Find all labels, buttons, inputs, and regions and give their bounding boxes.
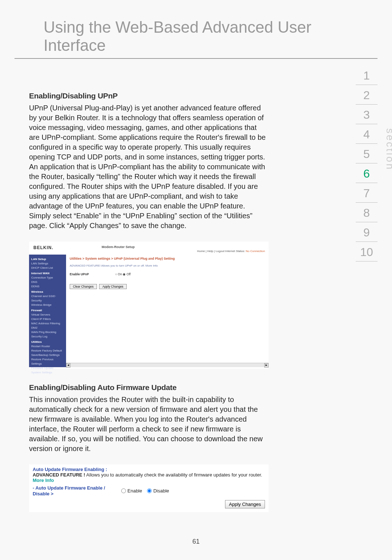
sidebar-item[interactable]: Security — [31, 299, 64, 303]
enable-upnp-options[interactable]: ○ On ◉ Off — [115, 272, 131, 276]
auto-update-screenshot: Auto Update Firmware Enabling : ADVANCED… — [29, 464, 269, 512]
autofw-heading: Enabling/Disabling Auto Firmware Update — [29, 383, 269, 392]
section-nav-2[interactable]: 2 — [356, 85, 377, 105]
enable-radio[interactable] — [121, 488, 126, 493]
feature-note: ADVANCED FEATURE! Allows you to turn UPn… — [70, 264, 265, 267]
sidebar-item[interactable]: Security Log — [31, 334, 64, 339]
section-nav-9[interactable]: 9 — [356, 222, 377, 242]
sidebar-item[interactable]: Save/Backup Settings — [31, 353, 64, 357]
disable-radio-label: Disable — [153, 488, 169, 494]
upnp-heading: Enabling/Disabling UPnP — [29, 92, 269, 100]
more-info-link[interactable]: More Info — [33, 478, 54, 483]
toplinks-left[interactable]: Home | Help | Logout Internet Status: — [197, 249, 246, 253]
page-number: 61 — [0, 538, 392, 545]
clear-changes-button[interactable]: Clear Changes — [70, 284, 97, 289]
horizontal-scrollbar[interactable]: ◄ ► — [66, 363, 269, 367]
sidebar-group-firewall: Firewall — [31, 308, 64, 313]
disable-radio[interactable] — [147, 488, 152, 493]
autofw-option-label: - Auto Update Firmware Enable / Disable … — [33, 485, 116, 496]
enable-upnp-label: Enable UPnP — [70, 272, 89, 276]
router-panel: Utilities > System settings > UPnP (Univ… — [66, 255, 269, 367]
sidebar-item[interactable]: Restore Factory Default — [31, 349, 64, 353]
sidebar-item[interactable]: DMZ — [31, 326, 64, 330]
sidebar-item[interactable]: System Settings — [31, 370, 64, 375]
apply-changes-button[interactable]: Apply Changes — [225, 500, 265, 508]
sidebar-group-lan: LAN Setup — [31, 257, 64, 261]
sidebar-item[interactable]: Channel and SSID — [31, 294, 64, 299]
sidebar-item[interactable]: Firmware Update — [31, 366, 64, 370]
sidebar-item[interactable]: Restart Router — [31, 344, 64, 349]
section-nav-5[interactable]: 5 — [356, 144, 377, 163]
autofw-feature-prefix: ADVANCED FEATURE ! — [33, 472, 85, 478]
sidebar-item[interactable]: Connection Type — [31, 276, 64, 280]
main-content: Enabling/Disabling UPnP UPnP (Universal … — [0, 59, 298, 519]
scroll-right-icon[interactable]: ► — [264, 363, 269, 368]
sidebar-group-utilities: Utilities — [31, 340, 64, 344]
page-title: Using the Web-Based Advanced User Interf… — [15, 0, 377, 59]
sidebar-item[interactable]: MAC Address Filtering — [31, 321, 64, 326]
sidebar-item[interactable]: WAN Ping Blocking — [31, 330, 64, 334]
enable-radio-label: Enable — [127, 488, 142, 494]
router-upnp-screenshot: BELKIN. Modem-Router Setup Home | Help |… — [29, 242, 269, 369]
section-nav-7[interactable]: 7 — [356, 183, 377, 203]
section-nav: 1 2 3 4 5 6 7 8 9 10 — [356, 65, 377, 261]
sidebar-item[interactable]: DDNS — [31, 284, 64, 289]
section-nav-1[interactable]: 1 — [356, 65, 377, 85]
sidebar-item[interactable]: Client IP Filters — [31, 317, 64, 321]
section-nav-8[interactable]: 8 — [356, 203, 377, 222]
router-setup-title: Modem-Router Setup — [102, 245, 135, 249]
scroll-left-icon[interactable]: ◄ — [66, 363, 70, 368]
sidebar-item[interactable]: LAN Settings — [31, 261, 64, 266]
sidebar-item[interactable]: Wireless Bridge — [31, 303, 64, 307]
section-nav-4[interactable]: 4 — [356, 124, 377, 144]
section-label: section — [384, 128, 392, 171]
router-toplinks[interactable]: Home | Help | Logout Internet Status: No… — [197, 249, 265, 253]
autofw-feature-text: Allows you to automatically check the av… — [85, 472, 262, 478]
belkin-logo: BELKIN. — [33, 245, 53, 250]
sidebar-item[interactable]: Virtual Servers — [31, 313, 64, 317]
sidebar-item[interactable]: DHCP Client List — [31, 266, 64, 270]
sidebar-item[interactable]: DNS — [31, 280, 64, 284]
section-nav-10[interactable]: 10 — [356, 242, 377, 261]
autofw-body: This innovation provides the Router with… — [29, 395, 269, 454]
sidebar-group-wireless: Wireless — [31, 290, 64, 294]
breadcrumb: Utilities > System settings > UPnP (Univ… — [70, 257, 265, 260]
internet-status-value: No Connection — [246, 249, 265, 253]
autofw-title: Auto Update Firmware Enabling : — [33, 467, 265, 472]
sidebar-group-wan: Internet WAN — [31, 271, 64, 276]
section-nav-3[interactable]: 3 — [356, 105, 377, 124]
upnp-body: UPnP (Universal Plug-and-Play) is yet an… — [29, 103, 269, 231]
sidebar-item[interactable]: Restore Previous Settings — [31, 357, 64, 366]
section-nav-6[interactable]: 6 — [356, 163, 377, 183]
apply-changes-button[interactable]: Apply Changes — [99, 284, 127, 289]
router-sidebar: LAN Setup LAN Settings DHCP Client List … — [29, 255, 66, 367]
